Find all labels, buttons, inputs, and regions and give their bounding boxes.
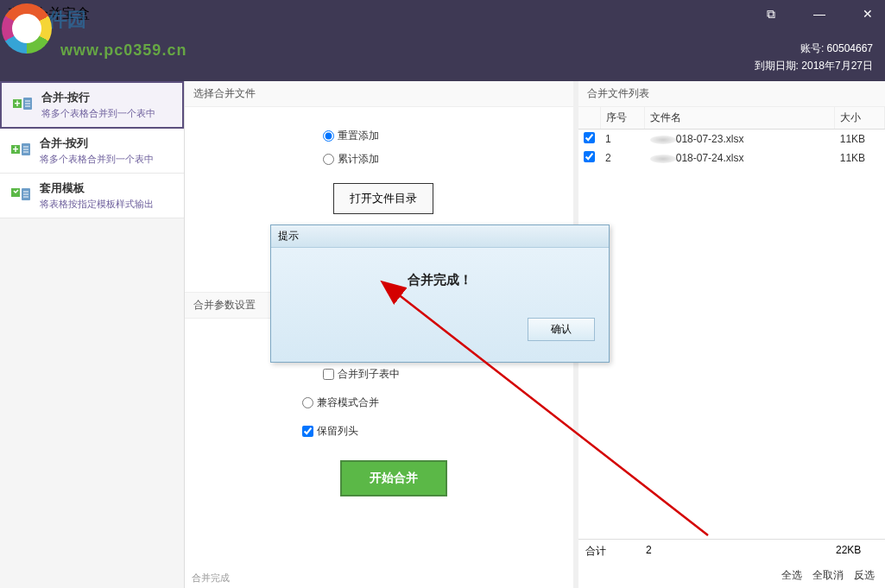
summary-label: 合计 <box>585 544 646 559</box>
summary-count: 2 <box>646 544 836 559</box>
col-checkbox <box>578 107 600 130</box>
select-all-button[interactable]: 全选 <box>781 568 802 583</box>
plus-doc-icon: + <box>10 93 35 117</box>
logo-icon <box>2 3 57 59</box>
watermark-url: www.pc0359.cn <box>60 41 186 60</box>
summary-size: 22KB <box>836 544 861 559</box>
sidebar-item-desc: 将表格按指定模板样式输出 <box>40 198 154 211</box>
sidebar-item-merge-cols[interactable]: + 合并-按列 将多个表格合并到一个表中 <box>0 129 184 174</box>
cell-index: 2 <box>600 149 645 168</box>
row-checkbox[interactable] <box>584 151 595 162</box>
sidebar-item-merge-rows[interactable]: + 合并-按行 将多个表格合并到一个表中 <box>0 81 184 129</box>
row-checkbox[interactable] <box>584 132 595 143</box>
sidebar-item-desc: 将多个表格合并到一个表中 <box>41 107 155 120</box>
expiry-label: 到期日期: <box>755 60 799 72</box>
radio-accumulate-label: 累计添加 <box>338 152 379 167</box>
svg-text:+: + <box>12 143 18 155</box>
account-label: 账号: <box>800 42 824 54</box>
cell-name: 018-07-24.xlsx <box>645 149 835 168</box>
cell-index: 1 <box>600 130 645 149</box>
radio-compat-mode[interactable] <box>302 397 313 408</box>
cell-size: 11KB <box>835 130 885 149</box>
dialog-message: 合并完成！ <box>271 248 609 313</box>
radio-reset-add[interactable] <box>323 130 334 142</box>
check-merge-to-sub-label: 合并到子表中 <box>338 367 400 382</box>
check-keep-header-label: 保留列头 <box>317 424 358 439</box>
open-folder-button[interactable]: 打开文件目录 <box>333 183 433 214</box>
sidebar-item-desc: 将多个表格合并到一个表中 <box>40 153 154 166</box>
select-files-header: 选择合并文件 <box>185 81 573 107</box>
svg-text:+: + <box>14 98 20 110</box>
file-table: 序号 文件名 大小 1 018-07-23.xlsx 11KB <box>578 107 885 539</box>
minimize-icon[interactable]: — <box>806 7 833 21</box>
radio-compat-label: 兼容模式合并 <box>317 395 379 410</box>
col-name[interactable]: 文件名 <box>645 107 835 130</box>
check-merge-to-sub[interactable] <box>323 369 334 380</box>
invert-selection-button[interactable]: 反选 <box>854 568 875 583</box>
cell-name: 018-07-23.xlsx <box>645 130 835 149</box>
titlebar: 表格合并宝盒 ⧉ — ✕ <box>0 0 885 28</box>
radio-accumulate-add[interactable] <box>323 154 334 165</box>
file-list-header: 合并文件列表 <box>578 81 885 107</box>
dialog-prompt: 提示 合并完成！ 确认 <box>270 224 610 363</box>
plus-doc-icon: + <box>9 139 33 163</box>
sidebar-item-title: 合并-按行 <box>41 90 155 105</box>
right-panel: 合并文件列表 序号 文件名 大小 1 <box>578 81 885 588</box>
sidebar: + 合并-按行 将多个表格合并到一个表中 + 合并-按列 将多个表格合并到一个表… <box>0 81 185 588</box>
close-icon[interactable]: ✕ <box>854 7 882 21</box>
col-index[interactable]: 序号 <box>600 107 645 130</box>
dialog-title: 提示 <box>271 225 609 248</box>
table-row[interactable]: 1 018-07-23.xlsx 11KB <box>578 130 885 149</box>
cell-size: 11KB <box>835 149 885 168</box>
expiry-value: 2018年7月27日 <box>801 60 873 72</box>
template-icon <box>9 184 33 208</box>
sidebar-item-title: 套用模板 <box>40 180 154 196</box>
deselect-all-button[interactable]: 全取消 <box>812 568 844 583</box>
sidebar-item-template[interactable]: 套用模板 将表格按指定模板样式输出 <box>0 174 184 218</box>
feedback-icon[interactable]: ⧉ <box>757 7 785 22</box>
status-bar: 合并完成 <box>192 572 230 585</box>
sidebar-item-title: 合并-按列 <box>40 136 154 151</box>
dialog-ok-button[interactable]: 确认 <box>528 318 595 341</box>
check-keep-header[interactable] <box>302 426 313 437</box>
table-row[interactable]: 2 018-07-24.xlsx 11KB <box>578 149 885 168</box>
col-size[interactable]: 大小 <box>835 107 885 130</box>
account-value: 60504667 <box>827 42 873 54</box>
start-merge-button[interactable]: 开始合并 <box>340 460 447 496</box>
radio-reset-label: 重置添加 <box>338 129 379 143</box>
summary-row: 合计 2 22KB <box>578 539 885 563</box>
action-row: 全选 全取消 反选 <box>578 563 885 588</box>
